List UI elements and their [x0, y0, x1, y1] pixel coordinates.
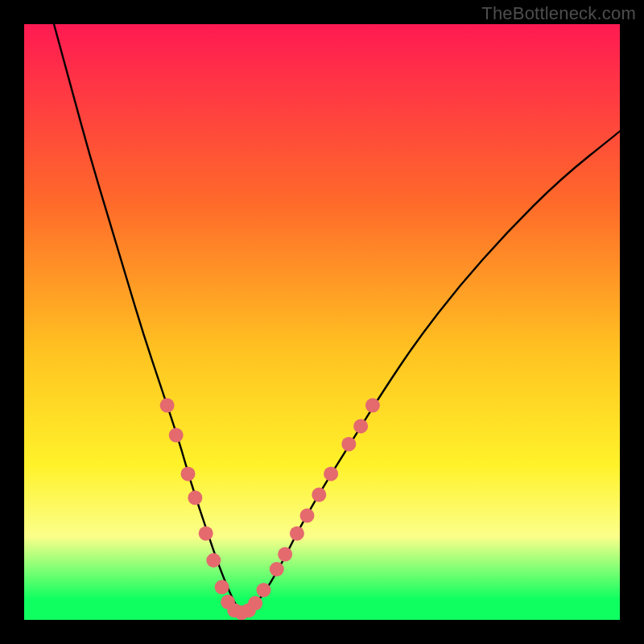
curve-marker	[300, 509, 315, 523]
gradient-background	[24, 24, 620, 620]
curve-marker	[256, 583, 270, 597]
curve-marker	[188, 490, 202, 505]
curve-marker	[181, 467, 196, 481]
curve-marker	[365, 398, 380, 413]
curve-marker	[324, 467, 338, 481]
curve-marker	[341, 437, 356, 452]
chart-frame: TheBottleneck.com	[0, 0, 644, 644]
curve-marker	[169, 428, 184, 443]
curve-marker	[290, 526, 304, 541]
curve-marker	[199, 526, 213, 541]
curve-marker	[270, 562, 284, 576]
curve-marker	[160, 398, 175, 413]
watermark-text: TheBottleneck.com	[481, 3, 636, 24]
curve-marker	[248, 596, 262, 610]
plot-area	[24, 24, 620, 620]
curve-marker	[215, 580, 229, 594]
chart-svg	[24, 24, 620, 620]
curve-marker	[312, 488, 326, 502]
curve-marker	[278, 547, 292, 562]
curve-marker	[353, 419, 368, 434]
curve-marker	[206, 553, 221, 568]
